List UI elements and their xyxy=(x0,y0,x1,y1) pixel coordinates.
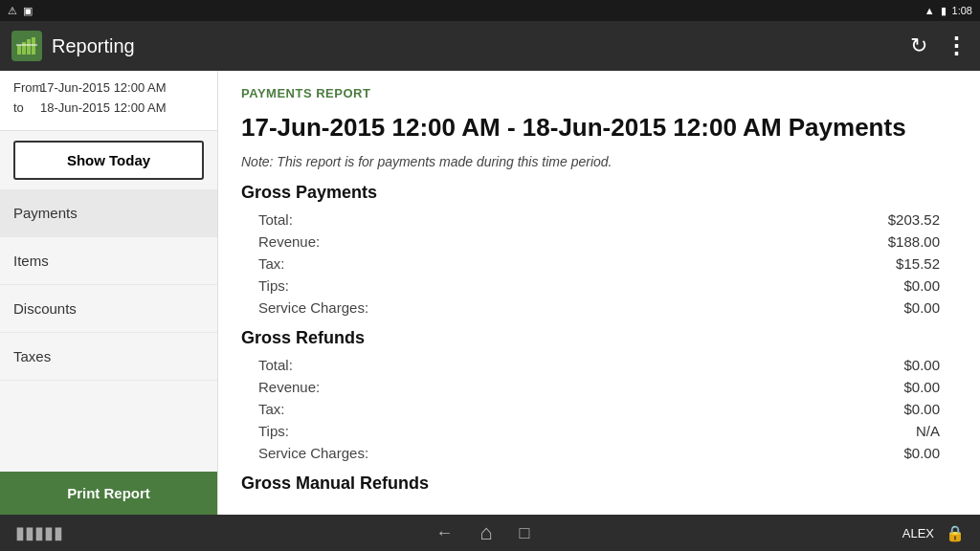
from-date-value: 17-Jun-2015 12:00 AM xyxy=(40,80,167,95)
from-label: From xyxy=(13,80,40,95)
gross-manual-refunds-header: Gross Manual Refunds xyxy=(241,474,957,494)
svg-rect-2 xyxy=(27,39,31,55)
from-date-row: From 17-Jun-2015 12:00 AM xyxy=(13,80,204,95)
gross-payments-header: Gross Payments xyxy=(241,183,957,203)
bottom-right: ALEX 🔒 xyxy=(902,524,965,542)
report-note: Note: This report is for payments made d… xyxy=(241,154,957,169)
gross-refunds-header: Gross Refunds xyxy=(241,328,957,348)
report-section-label: PAYMENTS REPORT xyxy=(241,86,957,100)
table-row: Total: $203.52 xyxy=(241,209,957,231)
barcode-icon: ▮▮▮▮▮ xyxy=(15,522,63,543)
bottom-bar: ▮▮▮▮▮ ← ⌂ □ ALEX 🔒 xyxy=(0,515,980,551)
bottom-center: ← ⌂ □ xyxy=(435,520,529,545)
table-row: Tax: $0.00 xyxy=(241,398,957,420)
android-icon: ▣ xyxy=(23,5,33,17)
table-row: Total: $0.00 xyxy=(241,354,957,376)
back-button[interactable]: ← xyxy=(435,523,453,543)
nav-item-items[interactable]: Items xyxy=(0,237,217,285)
status-bar: ⚠ ▣ ▲ ▮ 1:08 xyxy=(0,0,980,21)
table-row: Revenue: $0.00 xyxy=(241,376,957,398)
status-bar-right: ▲ ▮ 1:08 xyxy=(924,5,972,17)
alert-icon: ⚠ xyxy=(8,5,17,17)
sidebar: From 17-Jun-2015 12:00 AM to 18-Jun-2015… xyxy=(0,71,218,515)
user-name: ALEX xyxy=(902,526,934,540)
table-row: Revenue: $188.00 xyxy=(241,231,957,253)
table-row: Service Charges: $0.00 xyxy=(241,297,957,319)
nav-items: Payments Items Discounts Taxes xyxy=(0,189,217,472)
table-row: Tips: N/A xyxy=(241,420,957,442)
app-title: Reporting xyxy=(52,35,135,57)
table-row: Tips: $0.00 xyxy=(241,275,957,297)
to-label: to xyxy=(13,100,40,115)
gross-payments-table: Total: $203.52 Revenue: $188.00 Tax: $15… xyxy=(241,209,957,319)
main-layout: From 17-Jun-2015 12:00 AM to 18-Jun-2015… xyxy=(0,71,980,515)
table-row: Service Charges: $0.00 xyxy=(241,442,957,464)
top-bar: Reporting ↻ ⋮ xyxy=(0,21,980,71)
menu-icon[interactable]: ⋮ xyxy=(945,33,969,59)
top-bar-left: Reporting xyxy=(11,31,135,61)
lock-icon[interactable]: 🔒 xyxy=(946,524,965,542)
recent-apps-button[interactable]: □ xyxy=(520,523,530,543)
svg-rect-3 xyxy=(32,37,35,55)
nav-item-payments[interactable]: Payments xyxy=(0,189,217,237)
home-button[interactable]: ⌂ xyxy=(479,520,492,545)
wifi-icon: ▲ xyxy=(924,5,935,16)
time-display: 1:08 xyxy=(952,5,972,16)
report-title: 17-Jun-2015 12:00 AM - 18-Jun-2015 12:00… xyxy=(241,112,957,144)
nav-item-taxes[interactable]: Taxes xyxy=(0,333,217,381)
top-bar-actions: ↻ ⋮ xyxy=(910,33,969,59)
report-content: PAYMENTS REPORT 17-Jun-2015 12:00 AM - 1… xyxy=(218,71,980,515)
svg-rect-1 xyxy=(22,42,26,55)
battery-icon: ▮ xyxy=(941,5,947,17)
print-report-button[interactable]: Print Report xyxy=(0,472,217,515)
to-date-value: 18-Jun-2015 12:00 AM xyxy=(40,100,167,115)
svg-rect-0 xyxy=(17,45,21,55)
status-bar-left: ⚠ ▣ xyxy=(8,5,33,17)
to-date-row: to 18-Jun-2015 12:00 AM xyxy=(13,100,204,115)
refresh-icon[interactable]: ↻ xyxy=(910,33,927,58)
nav-item-discounts[interactable]: Discounts xyxy=(0,285,217,333)
bottom-left: ▮▮▮▮▮ xyxy=(15,522,63,543)
table-row: Tax: $15.52 xyxy=(241,253,957,275)
gross-refunds-table: Total: $0.00 Revenue: $0.00 Tax: $0.00 T… xyxy=(241,354,957,464)
app-icon xyxy=(11,31,42,61)
show-today-button[interactable]: Show Today xyxy=(13,141,204,180)
date-section: From 17-Jun-2015 12:00 AM to 18-Jun-2015… xyxy=(0,71,217,131)
